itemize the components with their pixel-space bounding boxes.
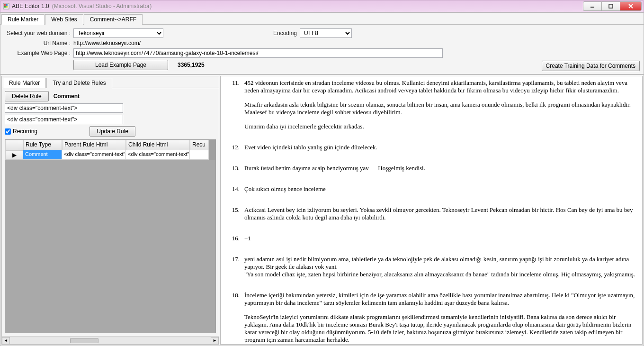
comment-text: 452 videonun icerisinde en siradan incel… — [244, 79, 637, 137]
comment-paragraph: Evet video içindeki tablo yanlış gün içi… — [244, 144, 637, 151]
app-icon — [2, 2, 10, 10]
update-rule-button[interactable]: Update Rule — [89, 126, 135, 137]
svg-rect-6 — [609, 4, 613, 8]
comment-row: 13.Burak üstad benim dayıma acaip benziy… — [225, 164, 637, 179]
example-input[interactable] — [73, 48, 443, 58]
comment-number: 11. — [225, 79, 240, 137]
comment-text: Burak üstad benim dayıma acaip benziyorm… — [244, 164, 637, 179]
top-form: Select your web domain : Tekonseyir Enco… — [0, 25, 644, 74]
comment-number: 18. — [225, 292, 240, 345]
comment-text: Acikcasi Levent bey icin izliyorum bu se… — [244, 206, 637, 228]
comment-row: 18.İnceleme içeriği bakımından yetersiz,… — [225, 292, 637, 345]
comment-number: 14. — [225, 185, 240, 200]
comment-text: Çok sıkıcı olmuş bence inceleme — [244, 185, 637, 200]
comments-area: 11.452 videonun icerisinde en siradan in… — [221, 76, 642, 345]
scroll-left-icon[interactable]: ◄ — [2, 337, 10, 344]
comment-number: 13. — [225, 164, 240, 179]
rules-grid[interactable]: Rule Type Parent Rule Html Child Rule Ht… — [5, 139, 216, 333]
comment-number: 12. — [225, 144, 240, 158]
comment-row: 15.Acikcasi Levent bey icin izliyorum bu… — [225, 206, 637, 228]
svg-rect-2 — [6, 4, 8, 6]
scroll-right-icon[interactable]: ► — [211, 337, 219, 344]
comment-paragraph: +1 — [244, 235, 637, 242]
split-container: Rule Marker Try and Delete Rules Delete … — [0, 74, 644, 346]
grid-header: Rule Type Parent Rule Html Child Rule Ht… — [5, 140, 215, 150]
window-subtitle: (Microsoft Visual Studio - Administrator… — [52, 3, 152, 9]
left-pane: Rule Marker Try and Delete Rules Delete … — [1, 76, 219, 345]
comment-number: 16. — [225, 235, 240, 249]
encoding-select[interactable]: UTF8 — [300, 28, 352, 38]
scroll-track[interactable] — [10, 337, 211, 344]
tab-web-sites[interactable]: Web Sites — [45, 14, 83, 25]
recurring-checkbox[interactable] — [5, 128, 11, 135]
tab-comment-arff[interactable]: Comment-->ARFF — [84, 14, 143, 25]
comment-paragraph: Çok sıkıcı olmuş bence inceleme — [244, 185, 637, 193]
col-rule-type[interactable]: Rule Type — [23, 140, 62, 150]
right-pane: 11.452 videonun icerisinde en siradan in… — [220, 76, 643, 345]
table-row[interactable]: ▶ Comment <div class="comment-text"> <di… — [5, 150, 215, 160]
domain-label: Select your web domain : — [4, 30, 71, 37]
comment-paragraph: İnceleme içeriği bakımından yetersiz, ki… — [244, 292, 637, 307]
comment-paragraph: 452 videonun icerisinde en siradan incel… — [244, 79, 637, 94]
cell-parent[interactable]: <div class="comment-text"> — [62, 150, 126, 160]
coords-readout: 3365,1925 — [178, 62, 205, 68]
comment-text: yeni adamın asıl işi nedir bilmiyorum am… — [244, 256, 637, 285]
parent-html-input[interactable] — [5, 103, 123, 113]
comment-number: 15. — [225, 206, 240, 228]
comment-row: 12.Evet video içindeki tablo yanlış gün … — [225, 144, 637, 158]
example-label: Example Web Page : — [4, 50, 71, 56]
left-hscrollbar[interactable]: ◄ ► — [2, 336, 219, 344]
cell-rule-type[interactable]: Comment — [23, 150, 62, 160]
load-example-button[interactable]: Load Example Page — [73, 60, 168, 70]
comment-paragraph: Burak üstad benim dayıma acaip benziyorm… — [244, 164, 637, 172]
child-html-input[interactable] — [5, 115, 123, 124]
comment-number: 17. — [225, 256, 240, 285]
left-tab-try-delete[interactable]: Try and Delete Rules — [46, 78, 112, 88]
encoding-label: Encoding — [273, 30, 297, 37]
comment-row: 16.+1 — [225, 235, 637, 249]
col-parent[interactable]: Parent Rule Html — [62, 140, 126, 150]
urlname-label: Url Name : — [4, 40, 71, 46]
row-marker: ▶ — [5, 150, 23, 160]
rule-type-label: Comment — [54, 93, 80, 100]
app-body: Rule Marker Web Sites Comment-->ARFF Sel… — [0, 12, 644, 346]
create-training-button[interactable]: Create Training Data for Comments — [542, 61, 640, 71]
left-tab-rule-marker[interactable]: Rule Marker — [3, 78, 46, 88]
col-child[interactable]: Child Rule Html — [126, 140, 190, 150]
maximize-button[interactable] — [601, 1, 620, 11]
cell-child[interactable]: <div class="comment-text"> — [126, 150, 190, 160]
comment-paragraph: yeni adamın asıl işi nedir bilmiyorum am… — [244, 256, 637, 278]
grid-filler — [5, 160, 215, 333]
comment-text: +1 — [244, 235, 637, 249]
comment-paragraph: Misafir arkadasin asla teknik bilgisine … — [244, 101, 637, 116]
svg-rect-3 — [4, 6, 6, 8]
svg-rect-1 — [4, 4, 6, 6]
comment-row: 17.yeni adamın asıl işi nedir bilmiyorum… — [225, 256, 637, 285]
comment-row: 11.452 videonun icerisinde en siradan in… — [225, 79, 637, 137]
comment-paragraph: Umarim daha iyi incelemerle gelecektir a… — [244, 123, 637, 130]
close-button[interactable] — [620, 1, 642, 11]
grid-corner — [5, 140, 23, 150]
main-tabstrip: Rule Marker Web Sites Comment-->ARFF — [0, 13, 644, 25]
svg-rect-4 — [6, 6, 8, 8]
minimize-button[interactable] — [583, 1, 602, 11]
urlname-value: http://www.teknoseyir.com/ — [73, 40, 141, 46]
col-recu[interactable]: Recu — [190, 140, 209, 150]
domain-select[interactable]: Tekonseyir — [73, 28, 163, 38]
cell-recu[interactable] — [190, 150, 209, 160]
comment-paragraph: Acikcasi Levent bey icin izliyorum bu se… — [244, 206, 637, 221]
delete-rule-button[interactable]: Delete Rule — [5, 91, 49, 101]
comment-text: İnceleme içeriği bakımından yetersiz, ki… — [244, 292, 637, 345]
window-titlebar: ABE Editor 1.0 (Microsoft Visual Studio … — [0, 0, 644, 12]
comment-row: 14.Çok sıkıcı olmuş bence inceleme — [225, 185, 637, 200]
scroll-thumb[interactable] — [70, 338, 98, 343]
left-tabstrip: Rule Marker Try and Delete Rules — [2, 76, 219, 88]
recurring-checkbox-label[interactable]: Recurring — [5, 128, 37, 135]
comment-paragraph: TeknoSeyir'in izleyici yorumlarını dikka… — [244, 313, 637, 344]
window-title: ABE Editor 1.0 — [12, 3, 49, 9]
comment-text: Evet video içindeki tablo yanlış gün içi… — [244, 144, 637, 158]
tab-rule-marker[interactable]: Rule Marker — [1, 14, 45, 25]
